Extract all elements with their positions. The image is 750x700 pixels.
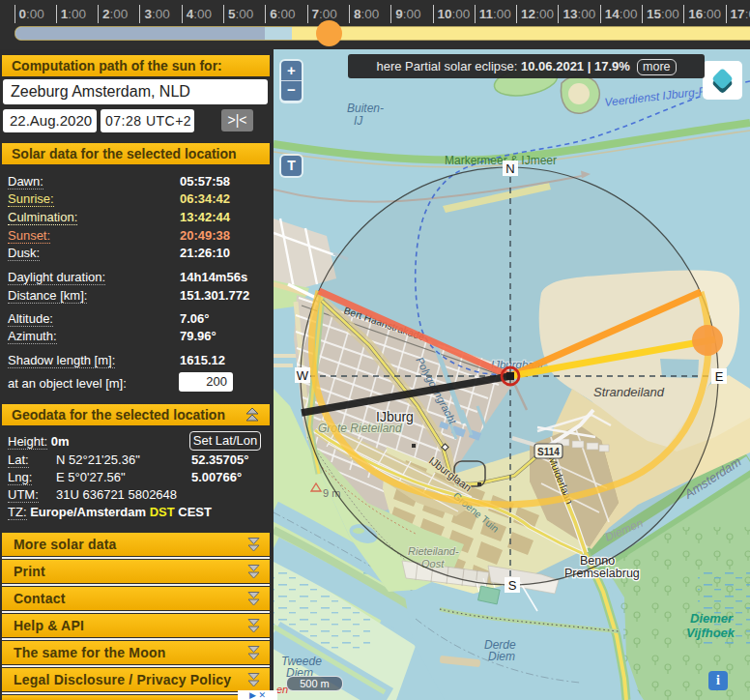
- svg-text:N: N: [505, 161, 514, 176]
- svg-text:Buiten-: Buiten-: [347, 102, 384, 115]
- svg-text:W: W: [297, 368, 309, 383]
- svg-text:Diem: Diem: [488, 650, 515, 663]
- svg-text:Markermeer & IJmeer: Markermeer & IJmeer: [445, 154, 557, 167]
- svg-text:S: S: [508, 578, 517, 593]
- svg-text:E: E: [715, 369, 724, 384]
- svg-text:Diemer: Diemer: [690, 611, 734, 626]
- svg-text:IJ: IJ: [354, 114, 363, 128]
- svg-text:Vijfhoek: Vijfhoek: [686, 626, 736, 640]
